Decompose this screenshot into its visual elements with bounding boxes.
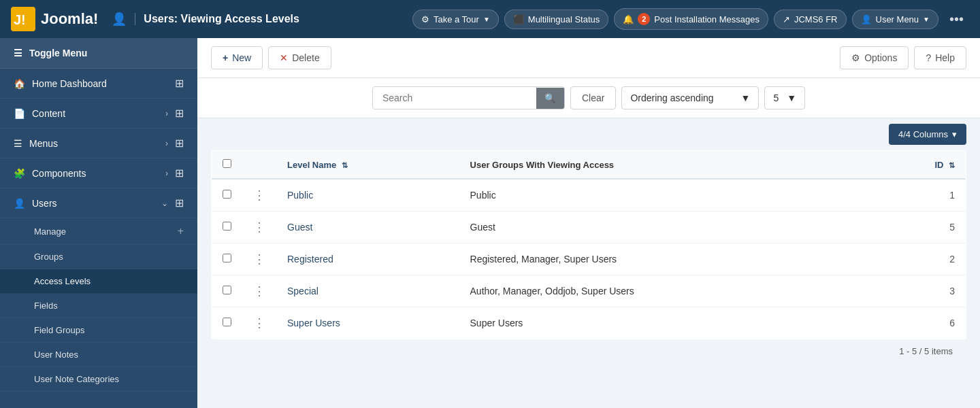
- ordering-chevron-icon: ▼: [741, 92, 751, 103]
- sidebar-sub-fields[interactable]: Fields: [0, 294, 197, 318]
- header-id[interactable]: ID ⇅: [872, 151, 966, 180]
- row-actions-button[interactable]: ⋮: [253, 252, 265, 266]
- svg-text:J!: J!: [14, 12, 26, 27]
- take-tour-button[interactable]: ⚙ Take a Tour ▼: [412, 10, 499, 29]
- users-arrow-icon: ⌄: [161, 199, 168, 208]
- row-actions-cell: ⋮: [242, 179, 276, 211]
- row-id-cell: 6: [872, 307, 966, 339]
- row-name-cell: Special: [276, 275, 459, 307]
- row-checkbox[interactable]: [223, 222, 231, 231]
- post-install-button[interactable]: 🔔 2 Post Installation Messages: [614, 8, 768, 30]
- search-input[interactable]: [373, 87, 536, 109]
- toolbar: + New ✕ Delete ⚙ Options ? Help: [197, 38, 980, 78]
- row-groups-cell: Registered, Manager, Super Users: [459, 243, 872, 275]
- delete-icon: ✕: [280, 52, 288, 63]
- search-submit-button[interactable]: 🔍: [536, 88, 564, 109]
- row-name-link[interactable]: Special: [287, 286, 318, 296]
- menus-arrow-icon: ›: [165, 139, 168, 148]
- sidebar-sub-user-note-categories[interactable]: User Note Categories: [0, 367, 197, 392]
- header-user-groups: User Groups With Viewing Access: [459, 151, 872, 180]
- user-menu-chevron-icon: ▼: [923, 16, 930, 23]
- options-button[interactable]: ⚙ Options: [840, 46, 909, 69]
- row-id-cell: 3: [872, 275, 966, 307]
- row-groups-cell: Author, Manager, Oddjob, Super Users: [459, 275, 872, 307]
- jcms-button[interactable]: ↗ JCMS6 FR: [774, 10, 847, 29]
- row-name-link[interactable]: Public: [287, 190, 313, 201]
- row-checkbox-cell: [212, 307, 243, 339]
- row-actions-button[interactable]: ⋮: [253, 284, 265, 298]
- logo[interactable]: J! Joomla!: [11, 7, 98, 31]
- manage-plus-icon: +: [178, 225, 184, 237]
- home-grid-icon: ⊞: [175, 77, 184, 90]
- tour-icon: ⚙: [421, 14, 429, 24]
- columns-caret-icon: ▾: [952, 129, 957, 139]
- users-icon: 👤: [14, 198, 25, 209]
- table-header-row: Level Name ⇅ User Groups With Viewing Ac…: [212, 151, 966, 180]
- row-id-cell: 5: [872, 211, 966, 243]
- multilingual-button[interactable]: ⬛ Multilingual Status: [504, 10, 609, 29]
- sidebar-sub-access-levels[interactable]: Access Levels: [0, 269, 197, 294]
- row-name-cell: Guest: [276, 211, 459, 243]
- row-name-link[interactable]: Super Users: [287, 318, 340, 328]
- menus-icon: ☰: [14, 138, 22, 149]
- main-layout: ☰ Toggle Menu 🏠 Home Dashboard ⊞ 📄 Conte…: [0, 38, 980, 408]
- more-options-button[interactable]: •••: [944, 9, 969, 30]
- row-checkbox[interactable]: [223, 190, 231, 199]
- per-page-dropdown[interactable]: 5 ▼: [764, 86, 805, 109]
- ordering-dropdown[interactable]: Ordering ascending ▼: [621, 86, 759, 109]
- table-row: ⋮ Guest Guest 5: [212, 211, 966, 243]
- sidebar-item-menus[interactable]: ☰ Menus › ⊞: [0, 129, 197, 158]
- select-all-checkbox[interactable]: [223, 159, 231, 168]
- sidebar: ☰ Toggle Menu 🏠 Home Dashboard ⊞ 📄 Conte…: [0, 38, 197, 408]
- sidebar-sub-field-groups[interactable]: Field Groups: [0, 318, 197, 343]
- content-grid-icon: ⊞: [175, 107, 184, 120]
- sidebar-sub-user-notes[interactable]: User Notes: [0, 343, 197, 367]
- header-level-name[interactable]: Level Name ⇅: [276, 151, 459, 180]
- search-input-wrap: 🔍: [372, 86, 565, 109]
- row-actions-button[interactable]: ⋮: [253, 220, 265, 234]
- columns-button[interactable]: 4/4 Columns ▾: [889, 124, 966, 145]
- sidebar-item-users[interactable]: 👤 Users ⌄ ⊞: [0, 188, 197, 218]
- help-icon: ?: [926, 52, 931, 63]
- row-actions-button[interactable]: ⋮: [253, 188, 265, 202]
- row-actions-button[interactable]: ⋮: [253, 316, 265, 330]
- delete-button[interactable]: ✕ Delete: [268, 46, 331, 69]
- external-link-icon: ↗: [783, 14, 790, 24]
- sidebar-sub-groups[interactable]: Groups: [0, 245, 197, 269]
- sidebar-item-components[interactable]: 🧩 Components › ⊞: [0, 158, 197, 188]
- menus-grid-icon: ⊞: [175, 137, 184, 150]
- row-name-cell: Public: [276, 179, 459, 211]
- row-checkbox[interactable]: [223, 254, 231, 262]
- search-icon: 🔍: [544, 93, 556, 103]
- sidebar-sub-manage[interactable]: Manage +: [0, 218, 197, 245]
- multilingual-icon: ⬛: [513, 14, 524, 24]
- row-name-cell: Registered: [276, 243, 459, 275]
- tour-chevron-icon: ▼: [483, 16, 490, 23]
- topbar-actions: ⚙ Take a Tour ▼ ⬛ Multilingual Status 🔔 …: [412, 8, 969, 30]
- sidebar-item-content[interactable]: 📄 Content › ⊞: [0, 99, 197, 129]
- row-checkbox-cell: [212, 179, 243, 211]
- row-actions-cell: ⋮: [242, 307, 276, 339]
- user-menu-button[interactable]: 👤 User Menu ▼: [852, 10, 938, 29]
- row-checkbox[interactable]: [223, 318, 231, 326]
- notification-badge: 2: [638, 13, 650, 25]
- sidebar-item-home[interactable]: 🏠 Home Dashboard ⊞: [0, 69, 197, 99]
- new-button[interactable]: + New: [211, 46, 263, 69]
- row-name-link[interactable]: Registered: [287, 254, 333, 265]
- toggle-menu-button[interactable]: ☰ Toggle Menu: [0, 38, 197, 69]
- table-row: ⋮ Special Author, Manager, Oddjob, Super…: [212, 275, 966, 307]
- table-row: ⋮ Super Users Super Users 6: [212, 307, 966, 339]
- row-actions-cell: ⋮: [242, 211, 276, 243]
- table-body: ⋮ Public Public 1 ⋮ Guest Guest 5: [212, 179, 966, 339]
- row-groups-cell: Public: [459, 179, 872, 211]
- row-checkbox[interactable]: [223, 286, 231, 294]
- row-actions-cell: ⋮: [242, 243, 276, 275]
- clear-button[interactable]: Clear: [570, 86, 616, 109]
- components-arrow-icon: ›: [165, 169, 168, 178]
- columns-row: 4/4 Columns ▾: [211, 118, 966, 150]
- row-name-link[interactable]: Guest: [287, 222, 312, 233]
- gear-icon: ⚙: [851, 52, 860, 63]
- id-sort-icon: ⇅: [949, 161, 955, 169]
- row-actions-cell: ⋮: [242, 275, 276, 307]
- help-button[interactable]: ? Help: [914, 46, 966, 69]
